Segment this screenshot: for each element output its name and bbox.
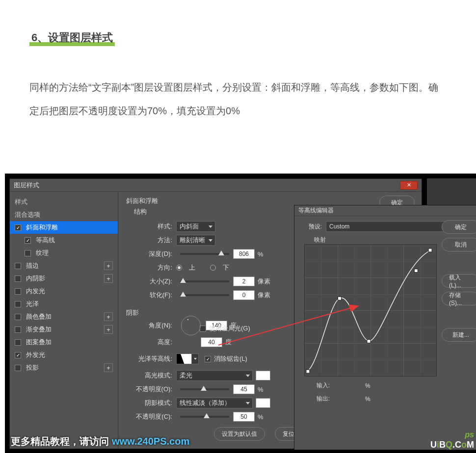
- styles-header[interactable]: 样式: [10, 196, 118, 208]
- soften-input[interactable]: 0: [233, 290, 255, 300]
- technique-select[interactable]: 雕刻清晰: [176, 235, 215, 246]
- effect-checkbox[interactable]: [15, 352, 21, 358]
- highlight-mode-select[interactable]: 柔光: [176, 370, 253, 381]
- article-paragraph: 同样的方法给“文字副本”图层设置图层样式，分别设置：斜面和浮雕，等高线，参数如下…: [29, 76, 447, 123]
- effect-item[interactable]: 颜色叠加+: [10, 310, 118, 323]
- ce-load-button[interactable]: 载入(L)...: [442, 274, 476, 288]
- curve-point[interactable]: [367, 340, 370, 343]
- effect-item[interactable]: 内阴影+: [10, 272, 118, 285]
- effect-item[interactable]: 渐变叠加+: [10, 323, 118, 336]
- highlight-opacity-slider[interactable]: [180, 388, 229, 390]
- curve-point[interactable]: [414, 269, 418, 273]
- depth-label: 深度(D):: [126, 250, 172, 258]
- effect-label: 外发光: [26, 351, 113, 359]
- shadow-mode-select[interactable]: 线性减淡（添加）: [176, 398, 253, 408]
- add-effect-button[interactable]: +: [104, 274, 113, 283]
- ps-watermark: ps: [465, 430, 474, 439]
- effect-item[interactable]: 投影+: [10, 361, 118, 374]
- ce-save-button[interactable]: 存储(S)...: [442, 292, 476, 305]
- ce-ok-button[interactable]: 确定: [442, 220, 476, 234]
- effect-label: 内发光: [26, 287, 113, 296]
- add-effect-button[interactable]: +: [104, 312, 113, 321]
- gloss-contour-dropdown[interactable]: [192, 353, 199, 364]
- effect-item[interactable]: 外发光: [10, 349, 118, 361]
- effect-checkbox[interactable]: [15, 327, 21, 333]
- effect-checkbox[interactable]: [15, 365, 21, 371]
- ce-cancel-button[interactable]: 取消: [442, 238, 476, 252]
- curve-point[interactable]: [338, 297, 341, 300]
- effect-checkbox[interactable]: [15, 314, 21, 320]
- effect-checkbox[interactable]: [15, 301, 21, 307]
- effect-checkbox[interactable]: [15, 339, 21, 346]
- effect-item[interactable]: 描边+: [10, 259, 118, 272]
- contour-curve: [305, 245, 436, 376]
- soften-label: 软化(F):: [126, 291, 172, 300]
- depth-slider[interactable]: [180, 253, 229, 255]
- highlight-color-swatch[interactable]: [256, 371, 270, 380]
- soften-slider[interactable]: [180, 294, 229, 296]
- gloss-contour-label: 光泽等高线:: [126, 354, 172, 363]
- antialias-label: 消除锯齿(L): [214, 354, 247, 363]
- highlight-mode-label: 高光模式:: [126, 371, 172, 380]
- bevel-section-title: 斜面和浮雕: [126, 197, 414, 205]
- altitude-input[interactable]: 40: [201, 337, 222, 347]
- antialias-checkbox[interactable]: [205, 356, 211, 362]
- effect-item[interactable]: 光泽: [10, 298, 118, 310]
- shadow-mode-label: 阴影模式:: [126, 399, 172, 407]
- style-select[interactable]: 内斜面: [176, 221, 215, 232]
- contour-editor-titlebar[interactable]: 等高线编辑器: [294, 205, 476, 216]
- dialog-titlebar[interactable]: 图层样式 ✕: [10, 179, 422, 192]
- watermark: 更多精品教程，请访问 www.240PS.com: [11, 435, 189, 448]
- effect-item[interactable]: 纹理: [10, 247, 118, 259]
- gloss-contour-swatch[interactable]: [176, 353, 192, 364]
- uibq-watermark: UiBQ.CoM: [430, 440, 474, 450]
- effect-item[interactable]: 等高线: [10, 234, 118, 247]
- size-input[interactable]: 2: [233, 277, 255, 286]
- screenshot-area: 图层样式 ✕ 样式 混合选项 斜面和浮雕等高线纹理描边+内阴影+内发光光泽颜色叠…: [5, 174, 476, 453]
- blend-options-header[interactable]: 混合选项: [10, 208, 118, 221]
- add-effect-button[interactable]: +: [104, 261, 113, 270]
- effect-checkbox[interactable]: [15, 263, 21, 269]
- effect-label: 投影: [26, 363, 104, 372]
- effect-checkbox[interactable]: [25, 250, 31, 256]
- direction-down-radio[interactable]: [210, 265, 216, 271]
- curve-point[interactable]: [306, 370, 310, 373]
- effect-item[interactable]: 斜面和浮雕: [10, 221, 118, 234]
- add-effect-button[interactable]: +: [104, 325, 113, 334]
- effect-label: 颜色叠加: [26, 312, 104, 321]
- shadow-opacity-slider[interactable]: [180, 416, 229, 418]
- global-light-label: 使用全局光(G): [209, 324, 250, 333]
- size-label: 大小(Z):: [126, 277, 172, 286]
- effects-list: 样式 混合选项 斜面和浮雕等高线纹理描边+内阴影+内发光光泽颜色叠加+渐变叠加+…: [10, 192, 118, 449]
- altitude-label: 高度:: [126, 338, 172, 347]
- effect-label: 等高线: [36, 236, 113, 245]
- effect-label: 斜面和浮雕: [26, 223, 113, 232]
- close-button[interactable]: ✕: [400, 181, 418, 190]
- effect-item[interactable]: 内发光: [10, 285, 118, 298]
- preset-label: 预设:: [300, 223, 322, 231]
- curve-point[interactable]: [428, 249, 432, 252]
- effect-checkbox[interactable]: [15, 276, 21, 282]
- shadow-opacity-label: 不透明度(C):: [126, 412, 172, 421]
- effect-checkbox[interactable]: [15, 225, 21, 231]
- add-effect-button[interactable]: +: [104, 363, 113, 372]
- size-slider[interactable]: [180, 280, 229, 282]
- depth-input[interactable]: 806: [233, 249, 255, 259]
- size-unit: 像素: [258, 277, 270, 286]
- effect-checkbox[interactable]: [25, 237, 31, 244]
- angle-label: 角度(N):: [126, 321, 172, 330]
- dialog-title: 图层样式: [14, 181, 400, 190]
- highlight-opacity-input[interactable]: 45: [233, 384, 255, 394]
- angle-dial[interactable]: [181, 316, 201, 335]
- effect-checkbox[interactable]: [15, 288, 21, 295]
- contour-curve-editor[interactable]: [304, 244, 437, 377]
- highlight-opacity-label: 不透明度(O):: [126, 385, 172, 394]
- make-default-button[interactable]: 设置为默认值: [214, 427, 265, 441]
- technique-label: 方法:: [126, 236, 172, 245]
- direction-up-radio[interactable]: [176, 265, 182, 271]
- input-label: 输入:: [310, 381, 330, 390]
- shadow-opacity-input[interactable]: 50: [233, 412, 255, 422]
- shadow-color-swatch[interactable]: [256, 398, 270, 408]
- effect-item[interactable]: 图案叠加: [10, 336, 118, 349]
- ce-new-button[interactable]: 新建...: [442, 328, 476, 342]
